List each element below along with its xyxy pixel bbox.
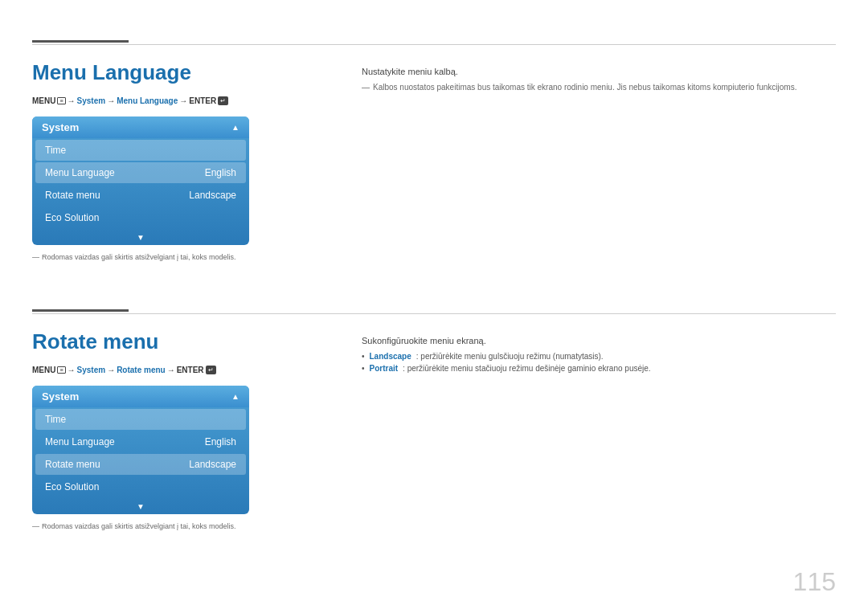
section1-desc-sub: — Kalbos nuostatos pakeitimas bus taikom… [362, 81, 836, 93]
system-footer: ▼ [32, 230, 249, 245]
system-item-eco-solution[interactable]: Eco Solution [35, 207, 246, 228]
system-footer-down-arrow: ▼ [137, 233, 145, 242]
rotate-menu2-label: Rotate menu [45, 459, 100, 470]
middle-horizontal-rule [32, 313, 836, 314]
breadcrumb-menu: MENU [32, 96, 55, 105]
system2-footer-down-arrow: ▼ [137, 502, 145, 511]
menu-icon: ≡ [57, 97, 65, 104]
arrow2-3: → [167, 366, 175, 374]
section2-footnote: —Rodomas vaizdas gali skirtis atsižvelgi… [32, 522, 289, 530]
menu-language2-label: Menu Language [45, 436, 115, 447]
eco-solution-label: Eco Solution [45, 212, 99, 223]
section2-bullets: Landscape: peržiūrėkite meniu gulsčiuoju… [362, 352, 836, 373]
section1-desc-sub-text: Kalbos nuostatos pakeitimas bus taikomas… [373, 81, 796, 93]
breadcrumb2-system: System [77, 366, 106, 374]
section2-breadcrumb: MENU ≡ → System → Rotate menu → ENTER ↵ [32, 366, 289, 374]
section2-rotate-menu: Rotate menu MENU ≡ → System → Rotate men… [32, 321, 289, 530]
landscape-bold: Landscape [370, 352, 411, 361]
top-thick-rule [32, 40, 129, 43]
system-header-up-arrow: ▲ [231, 123, 240, 132]
bullet-landscape: Landscape: peržiūrėkite meniu gulsčiuoju… [362, 352, 836, 361]
portrait-bold: Portrait [370, 364, 399, 373]
system-item-time[interactable]: Time [35, 140, 246, 161]
section1-footnote: —Rodomas vaizdas gali skirtis atsižvelgi… [32, 253, 289, 261]
breadcrumb2-enter: ENTER [177, 366, 204, 374]
system-panel-header: System ▲ [32, 116, 249, 138]
bullet-portrait: Portrait: peržiūrėkite meniu stačiuoju r… [362, 364, 836, 373]
system2-item-eco-solution[interactable]: Eco Solution [35, 476, 246, 497]
menu-language-label: Menu Language [45, 167, 115, 178]
rotate-menu2-value: Landscape [189, 459, 236, 470]
system-panel2-header: System ▲ [32, 386, 249, 407]
menu-language-value: English [205, 167, 236, 178]
arrow3: → [179, 96, 187, 105]
time2-label: Time [45, 414, 66, 425]
section1-menu-language: Menu Language MENU ≡ → System → Menu Lan… [32, 52, 289, 261]
section1-desc-main: Nustatykite meniu kalbą. [362, 67, 836, 76]
arrow2: → [107, 96, 115, 105]
section2-system-panel: System ▲ Time Menu Language English Rota… [32, 386, 249, 514]
rotate-menu-value: Landscape [189, 190, 236, 201]
portrait-rest: : peržiūrėkite meniu stačiuoju režimu de… [403, 364, 651, 373]
menu-icon2: ≡ [57, 366, 65, 374]
arrow1: → [68, 96, 76, 105]
section2-desc-main: Sukonfigūruokite meniu ekraną. [362, 336, 836, 345]
system2-item-time[interactable]: Time [35, 409, 246, 430]
section1-title: Menu Language [32, 60, 289, 85]
system-item-menu-language[interactable]: Menu Language English [35, 162, 246, 183]
breadcrumb2-item: Rotate menu [117, 366, 166, 374]
section1-system-panel: System ▲ Time Menu Language English Rota… [32, 116, 249, 245]
enter-icon2: ↵ [206, 366, 216, 374]
middle-thick-rule [32, 309, 129, 312]
section1-breadcrumb: MENU ≡ → System → Menu Language → ENTER … [32, 96, 289, 105]
arrow2-1: → [68, 366, 76, 374]
rotate-menu-label: Rotate menu [45, 190, 100, 201]
section1-description-area: Nustatykite meniu kalbą. — Kalbos nuosta… [362, 52, 836, 93]
system2-item-rotate-menu[interactable]: Rotate menu Landscape [35, 454, 246, 475]
page-number: 115 [793, 567, 836, 597]
system-header2-up-arrow: ▲ [231, 392, 240, 401]
system-item-rotate-menu[interactable]: Rotate menu Landscape [35, 185, 246, 206]
breadcrumb-item: Menu Language [117, 96, 178, 105]
section2-title: Rotate menu [32, 329, 289, 354]
system-header-title: System [42, 121, 79, 133]
top-horizontal-rule [32, 44, 836, 45]
arrow2-2: → [107, 366, 115, 374]
breadcrumb-enter: ENTER [189, 96, 216, 105]
enter-icon: ↵ [218, 96, 228, 105]
eco-solution2-label: Eco Solution [45, 481, 99, 492]
page-container: Menu Language MENU ≡ → System → Menu Lan… [0, 0, 868, 613]
system2-item-menu-language[interactable]: Menu Language English [35, 431, 246, 452]
system-header2-title: System [42, 390, 79, 403]
breadcrumb2-menu: MENU [32, 366, 55, 374]
section2-description-area: Sukonfigūruokite meniu ekraną. Landscape… [362, 321, 836, 376]
landscape-rest: : peržiūrėkite meniu gulsčiuoju režimu (… [416, 352, 604, 361]
system2-footer: ▼ [32, 499, 249, 514]
time-label: Time [45, 145, 66, 156]
breadcrumb-system: System [77, 96, 106, 105]
menu-language2-value: English [205, 436, 236, 447]
